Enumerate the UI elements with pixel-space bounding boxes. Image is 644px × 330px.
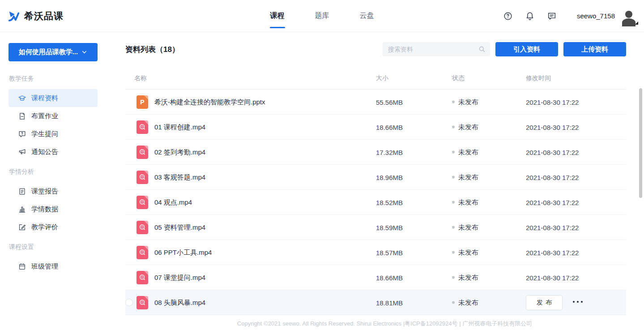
modified-time: 2021-08-30 17:22 [526,173,579,181]
table-row[interactable]: 08 头脑风暴.mp418.81MB未发布发布 [125,290,626,315]
header-right: seewo_7158 [503,8,637,25]
status-badge: 未发布 [452,298,478,307]
video-file-icon [136,120,148,134]
vertical-scrollbar[interactable] [639,88,642,198]
table-row[interactable]: 02 签到考勤.mp417.32MB未发布2021-08-30 17:22 [125,140,626,165]
file-size: 18.66MB [376,274,403,281]
table-row[interactable]: 06 PPT小工具.mp418.57MB未发布2021-08-30 17:22 [125,240,626,265]
sidebar-section-label: 教学任务 [9,75,111,83]
file-name: 06 PPT小工具.mp4 [154,248,212,257]
import-materials-button[interactable]: 引入资料 [495,42,558,56]
sidebar-item-announcements[interactable]: 通知公告 [9,143,98,161]
video-file-icon [136,296,148,309]
help-icon[interactable] [503,11,513,21]
nav-tabs: 课程题库云盘 [270,0,374,32]
ppt-file-icon: P [136,95,148,109]
video-file-icon [136,146,148,159]
file-name: 02 签到考勤.mp4 [154,148,205,156]
logo-text: 希沃品课 [24,10,64,22]
sidebar-item-course-materials[interactable]: 课程资料 [9,89,98,107]
table-row[interactable]: P希沃-构建全连接的智能教学空间.pptx55.56MB未发布2021-08-3… [125,90,626,115]
sidebar: 如何使用品课教学... 教学任务课程资料布置作业学生提问通知公告学情分析课堂报告… [0,32,111,330]
file-size: 18.96MB [376,173,403,181]
course-switch-button[interactable]: 如何使用品课教学... [9,43,98,61]
question-bubble-icon [18,130,26,138]
page-title: 资料列表（18） [125,44,179,55]
tab-courses[interactable]: 课程 [270,0,285,32]
sidebar-item-label: 通知公告 [31,148,58,156]
sidebar-item-label: 学情数据 [31,205,58,214]
search-box [383,42,490,56]
video-file-icon [136,271,148,284]
file-size: 18.66MB [376,123,403,131]
course-switch-label: 如何使用品课教学... [19,48,78,56]
sidebar-item-assign-homework[interactable]: 布置作业 [9,107,98,125]
tab-question-bank[interactable]: 题库 [315,0,329,32]
status-badge: 未发布 [452,98,478,106]
table-row[interactable]: 01 课程创建.mp418.66MB未发布2021-08-30 17:22 [125,115,626,140]
materials-table: 名称 大小 状态 修改时间 P希沃-构建全连接的智能教学空间.pptx55.56… [125,69,626,315]
search-input[interactable] [383,42,490,56]
sidebar-item-learning-data[interactable]: 学情数据 [9,200,98,218]
bar-chart-icon [18,205,26,214]
tab-cloud-drive[interactable]: 云盘 [360,0,374,32]
file-size: 17.32MB [376,148,403,156]
video-file-icon [136,196,148,209]
table-row[interactable]: 03 客观答题.mp418.96MB未发布2021-08-30 17:22 [125,165,626,190]
chevron-down-icon [81,49,87,55]
main-content: 资料列表（18） 引入资料 上传资料 名称 大小 状态 修改时间 P希沃-构建全… [125,32,644,330]
sidebar-item-label: 班级管理 [31,262,58,271]
sidebar-item-class-reports[interactable]: 课堂报告 [9,182,98,200]
toolbar: 引入资料 上传资料 [383,42,626,56]
modified-time: 2021-08-30 17:22 [526,98,579,106]
avatar[interactable] [620,8,637,25]
publish-button[interactable]: 发布 [526,295,563,310]
report-icon [18,187,26,196]
file-name: 01 课程创建.mp4 [154,123,205,131]
file-name: 04 观点.mp4 [154,198,192,206]
sidebar-section-label: 学情分析 [9,168,111,176]
calendar-icon [18,262,26,271]
table-row[interactable]: 04 观点.mp418.52MB未发布2021-08-30 17:22 [125,190,626,215]
modified-time: 2021-08-30 17:22 [526,274,579,281]
message-icon[interactable] [547,11,557,21]
status-badge: 未发布 [452,173,478,181]
file-size: 18.81MB [376,299,403,306]
file-name: 07 课堂提问.mp4 [154,273,205,282]
username[interactable]: seewo_7158 [577,12,615,20]
file-size: 18.52MB [376,198,403,206]
column-name: 名称 [134,74,147,82]
bell-icon[interactable] [525,11,535,21]
table-header: 名称 大小 状态 修改时间 [125,69,626,90]
app-logo[interactable]: 希沃品课 [7,9,64,23]
status-badge: 未发布 [452,198,478,206]
table-row[interactable]: 07 课堂提问.mp418.66MB未发布2021-08-30 17:22 [125,265,626,290]
seewo-logo-icon [7,9,21,23]
column-size: 大小 [376,74,388,82]
sidebar-item-label: 学生提问 [31,130,58,138]
column-modified: 修改时间 [526,74,551,82]
status-badge: 未发布 [452,248,478,257]
top-header: 希沃品课 课程题库云盘 seewo_7158 [0,0,644,32]
video-file-icon [136,221,148,234]
modified-time: 2021-08-30 17:22 [526,249,579,256]
sidebar-item-class-management[interactable]: 班级管理 [9,257,98,275]
sidebar-item-label: 课堂报告 [31,187,58,196]
graduation-cap-icon [18,94,26,103]
upload-materials-button[interactable]: 上传资料 [563,42,626,56]
table-row[interactable]: 05 资料管理.mp418.59MB未发布2021-08-30 17:22 [125,215,626,240]
sidebar-item-label: 课程资料 [31,94,58,103]
megaphone-icon [18,148,26,156]
modified-time: 2021-08-30 17:22 [526,148,579,156]
modified-time: 2021-08-30 17:22 [526,123,579,131]
row-checkbox[interactable] [125,299,133,306]
avatar-dropdown-caret-icon [635,21,638,25]
video-file-icon [136,171,148,184]
sidebar-item-student-questions[interactable]: 学生提问 [9,125,98,143]
file-name: 05 资料管理.mp4 [154,223,205,231]
search-icon[interactable] [478,45,486,53]
column-status: 状态 [452,74,465,82]
sidebar-item-teaching-evaluation[interactable]: 教学评价 [9,218,98,236]
more-actions-icon[interactable] [573,301,583,303]
file-name: 希沃-构建全连接的智能教学空间.pptx [154,98,265,106]
